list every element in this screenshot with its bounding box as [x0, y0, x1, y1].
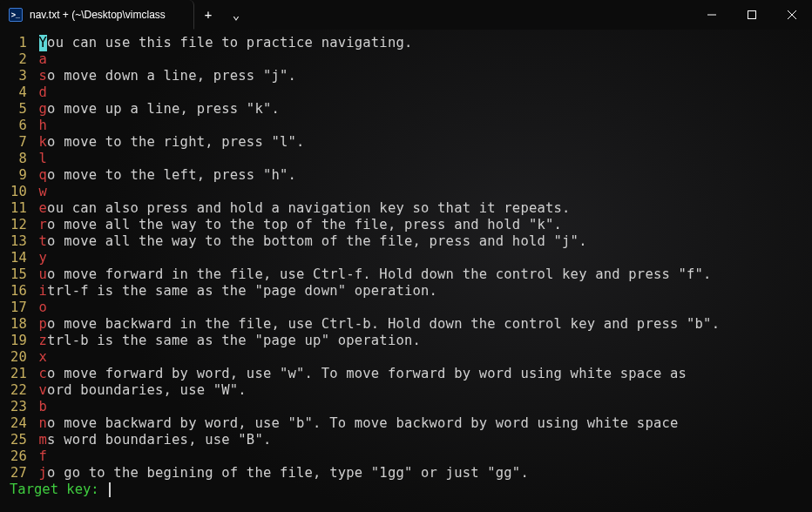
- minimize-button[interactable]: [692, 0, 732, 30]
- line-number: 13: [0, 233, 30, 250]
- editor-line: 24 no move backward by word, use "b". To…: [0, 415, 812, 432]
- first-char: r: [39, 217, 48, 233]
- tab-area: >_ nav.txt + (~\Desktop\vimclass + ⌄: [0, 0, 250, 30]
- editor-line: 16 itrl-f is the same as the "page down"…: [0, 283, 812, 300]
- line-text: ou can use this file to practice navigat…: [47, 35, 412, 51]
- editor-line: 3 so move down a line, press "j".: [0, 68, 812, 84]
- editor-line: 23 b: [0, 399, 812, 415]
- line-number: 16: [0, 283, 30, 300]
- line-number: 22: [0, 382, 30, 399]
- editor-line: 9 qo move to the left, press "h".: [0, 167, 812, 184]
- line-text: o move backward by word, use "b". To mov…: [47, 415, 678, 432]
- prompt-label: Target key:: [10, 482, 107, 497]
- line-number: 26: [0, 448, 30, 465]
- prompt-cursor: [109, 482, 111, 497]
- close-window-button[interactable]: [772, 0, 812, 30]
- first-char: t: [39, 233, 48, 250]
- line-number: 10: [0, 184, 30, 200]
- powershell-icon: >_: [9, 8, 23, 22]
- line-number: 3: [0, 68, 30, 84]
- editor-line: 6 h: [0, 118, 812, 134]
- window-controls: [692, 0, 812, 30]
- editor-viewport[interactable]: 1 You can use this file to practice navi…: [0, 30, 812, 482]
- editor-line: 1 You can use this file to practice navi…: [0, 35, 812, 51]
- first-char: s: [39, 68, 48, 84]
- editor-line: 22 vord boundaries, use "W".: [0, 382, 812, 399]
- first-char: g: [39, 101, 48, 118]
- line-text: o move forward by word, use "w". To move…: [47, 366, 687, 382]
- line-number: 20: [0, 349, 30, 366]
- first-char: v: [39, 382, 48, 399]
- line-text: trl-b is the same as the "page up" opera…: [47, 333, 421, 349]
- line-number: 7: [0, 134, 30, 151]
- editor-line: 19 ztrl-b is the same as the "page up" o…: [0, 333, 812, 349]
- line-number: 15: [0, 266, 30, 283]
- maximize-button[interactable]: [732, 0, 772, 30]
- first-char: a: [39, 51, 48, 68]
- line-number: 19: [0, 333, 30, 349]
- first-char: q: [39, 167, 48, 184]
- first-char: o: [39, 300, 48, 316]
- line-number: 1: [0, 35, 30, 51]
- editor-line: 14 y: [0, 250, 812, 266]
- line-text: o move to the left, press "h".: [47, 167, 296, 184]
- line-number: 12: [0, 217, 30, 233]
- tab-title: nav.txt + (~\Desktop\vimclass: [30, 9, 166, 21]
- first-char: x: [39, 349, 48, 366]
- first-char: l: [39, 151, 48, 167]
- first-char: k: [39, 134, 48, 151]
- first-char: d: [39, 84, 48, 101]
- first-char: h: [39, 118, 48, 134]
- first-char: j: [39, 465, 48, 482]
- line-number: 25: [0, 432, 30, 448]
- line-number: 6: [0, 118, 30, 134]
- line-text: o move all the way to the top of the fil…: [47, 217, 562, 233]
- line-text: o move down a line, press "j".: [47, 68, 296, 84]
- line-number: 17: [0, 300, 30, 316]
- editor-line: 26 f: [0, 448, 812, 465]
- editor-line: 25 ms word boundaries, use "B".: [0, 432, 812, 448]
- first-char: f: [39, 448, 48, 465]
- editor-line: 15 uo move forward in the file, use Ctrl…: [0, 266, 812, 283]
- editor-line: 18 po move backward in the file, use Ctr…: [0, 316, 812, 333]
- svg-rect-0: [748, 11, 756, 19]
- line-number: 9: [0, 167, 30, 184]
- editor-line: 21 co move forward by word, use "w". To …: [0, 366, 812, 382]
- new-tab-button[interactable]: +: [194, 0, 222, 30]
- line-text: trl-f is the same as the "page down" ope…: [47, 283, 437, 300]
- line-text: o move forward in the file, use Ctrl-f. …: [47, 266, 712, 283]
- first-char: e: [39, 200, 48, 217]
- prompt-line: Target key:: [0, 482, 812, 497]
- line-number: 5: [0, 101, 30, 118]
- line-text: o move to the right, press "l".: [47, 134, 305, 151]
- first-char: n: [39, 415, 48, 432]
- editor-line: 8 l: [0, 151, 812, 167]
- first-char: w: [39, 184, 48, 200]
- line-text: o move backward in the file, use Ctrl-b.…: [47, 316, 720, 333]
- close-tab-button[interactable]: [173, 8, 186, 22]
- line-number: 4: [0, 84, 30, 101]
- first-char: z: [39, 333, 48, 349]
- editor-line: 17 o: [0, 300, 812, 316]
- editor-line: 11 eou can also press and hold a navigat…: [0, 200, 812, 217]
- cursor: Y: [39, 35, 48, 51]
- line-number: 11: [0, 200, 30, 217]
- line-number: 27: [0, 465, 30, 482]
- tab-dropdown-button[interactable]: ⌄: [222, 0, 250, 30]
- first-char: m: [39, 432, 48, 448]
- line-text: ord boundaries, use "W".: [47, 382, 247, 399]
- editor-line: 4 d: [0, 84, 812, 101]
- line-number: 18: [0, 316, 30, 333]
- line-text: o move up a line, press "k".: [47, 101, 280, 118]
- editor-line: 2 a: [0, 51, 812, 68]
- editor-line: 5 go move up a line, press "k".: [0, 101, 812, 118]
- editor-line: 13 to move all the way to the bottom of …: [0, 233, 812, 250]
- line-number: 23: [0, 399, 30, 415]
- first-char: p: [39, 316, 48, 333]
- first-char: b: [39, 399, 48, 415]
- line-number: 21: [0, 366, 30, 382]
- tab-active[interactable]: >_ nav.txt + (~\Desktop\vimclass: [0, 0, 194, 30]
- line-number: 8: [0, 151, 30, 167]
- line-number: 14: [0, 250, 30, 266]
- line-text: ou can also press and hold a navigation …: [47, 200, 571, 217]
